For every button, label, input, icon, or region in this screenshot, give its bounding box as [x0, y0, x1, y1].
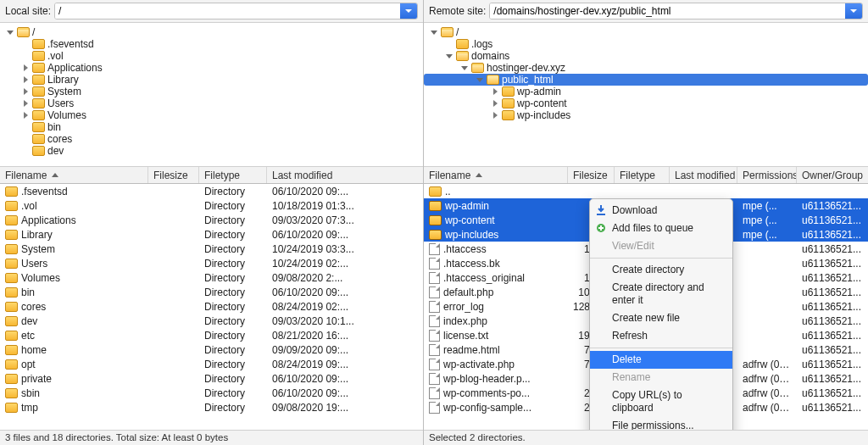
- table-row[interactable]: tmpDirectory09/08/2020 19:...: [0, 400, 423, 414]
- table-row[interactable]: SystemDirectory10/24/2019 03:3...: [0, 242, 423, 256]
- spacer: [22, 147, 30, 155]
- file-permissions: mpe (...: [737, 229, 797, 241]
- col-modified[interactable]: Last modified: [267, 167, 423, 183]
- table-row[interactable]: etcDirectory08/21/2020 16:...: [0, 328, 423, 342]
- menu-item-label: Add files to queue: [612, 222, 693, 234]
- menu-item[interactable]: Download: [590, 202, 732, 220]
- tree-node[interactable]: wp-content: [424, 97, 868, 109]
- chevron-down-icon[interactable]: [461, 64, 469, 72]
- local-tree[interactable]: /.fseventsd.volApplicationsLibrarySystem…: [0, 23, 423, 167]
- table-row[interactable]: binDirectory06/10/2020 09:...: [0, 285, 423, 299]
- menu-item[interactable]: Copy URL(s) to clipboard: [590, 387, 732, 417]
- col-filetype[interactable]: Filetype: [199, 167, 267, 183]
- tree-node[interactable]: .fseventsd: [0, 38, 423, 50]
- chevron-down-icon[interactable]: [446, 53, 453, 60]
- menu-item[interactable]: Create directory: [590, 261, 732, 279]
- chevron-right-icon[interactable]: [22, 76, 30, 84]
- table-row[interactable]: VolumesDirectory09/08/2020 2:...: [0, 270, 423, 285]
- remote-path-input[interactable]: [490, 3, 845, 19]
- local-columns: Filename Filesize Filetype Last modified: [0, 167, 423, 184]
- table-row[interactable]: .volDirectory10/18/2019 01:3...: [0, 198, 423, 213]
- table-row[interactable]: devDirectory09/03/2020 10:1...: [0, 314, 423, 328]
- col-filename[interactable]: Filename: [0, 167, 148, 183]
- tree-node[interactable]: System: [0, 86, 423, 97]
- table-row[interactable]: LibraryDirectory06/10/2020 09:...: [0, 227, 423, 242]
- menu-item[interactable]: Add files to queue: [590, 220, 732, 237]
- tree-node[interactable]: cores: [0, 133, 423, 145]
- table-row[interactable]: ..: [424, 184, 868, 198]
- menu-item[interactable]: Delete: [590, 351, 732, 369]
- chevron-down-icon[interactable]: [431, 29, 438, 36]
- tree-label: domains: [471, 50, 509, 62]
- chevron-right-icon[interactable]: [22, 88, 30, 96]
- tree-node[interactable]: /: [0, 26, 423, 38]
- col-filesize[interactable]: Filesize: [148, 167, 199, 183]
- remote-tree[interactable]: /.logsdomainshostinger-dev.xyzpublic_htm…: [424, 23, 868, 167]
- tree-node[interactable]: Users: [0, 97, 423, 109]
- tree-node[interactable]: public_html: [424, 74, 868, 86]
- chevron-right-icon[interactable]: [22, 100, 30, 108]
- menu-item[interactable]: Refresh: [590, 327, 732, 345]
- local-path-input[interactable]: [55, 3, 400, 19]
- file-type: Directory: [199, 243, 267, 255]
- col-filename[interactable]: Filename: [424, 167, 568, 183]
- tree-node[interactable]: Library: [0, 74, 423, 86]
- tree-node[interactable]: wp-admin: [424, 86, 868, 97]
- folder-icon: [5, 403, 18, 413]
- menu-item[interactable]: File permissions...: [590, 417, 732, 430]
- table-row[interactable]: UsersDirectory10/24/2019 02:...: [0, 256, 423, 270]
- col-filesize[interactable]: Filesize: [568, 167, 615, 183]
- menu-item[interactable]: Create directory and enter it: [590, 279, 732, 309]
- table-row[interactable]: homeDirectory09/09/2020 09:...: [0, 342, 423, 357]
- chevron-right-icon[interactable]: [22, 64, 30, 72]
- menu-item[interactable]: Create new file: [590, 309, 732, 327]
- menu-item-label: View/Edit: [612, 240, 654, 252]
- remote-status: Selected 2 directories.: [424, 430, 868, 445]
- tree-node[interactable]: hostinger-dev.xyz: [424, 62, 868, 74]
- tree-node[interactable]: domains: [424, 50, 868, 62]
- dropdown-icon[interactable]: [845, 3, 862, 19]
- tree-node[interactable]: Volumes: [0, 109, 423, 121]
- folder-icon: [5, 186, 18, 197]
- remote-path-combo[interactable]: [489, 3, 863, 19]
- dropdown-icon[interactable]: [400, 3, 417, 19]
- tree-node[interactable]: wp-includes: [424, 109, 868, 121]
- tree-node[interactable]: dev: [0, 145, 423, 157]
- table-row[interactable]: privateDirectory06/10/2020 09:...: [0, 371, 423, 386]
- svg-rect-0: [597, 214, 605, 215]
- file-permissions: adfrw (06...: [737, 373, 797, 385]
- remote-list[interactable]: ..wp-adminmpe (...u61136521...wp-content…: [424, 184, 868, 430]
- tree-label: cores: [47, 133, 72, 145]
- chevron-right-icon[interactable]: [492, 88, 499, 96]
- file-owner: u61136521...: [797, 344, 868, 356]
- tree-node[interactable]: .vol: [0, 50, 423, 62]
- table-row[interactable]: optDirectory08/24/2019 09:...: [0, 357, 423, 371]
- table-row[interactable]: .fseventsdDirectory06/10/2020 09:...: [0, 184, 423, 198]
- col-modified[interactable]: Last modified: [670, 167, 737, 183]
- chevron-down-icon[interactable]: [476, 76, 484, 84]
- table-row[interactable]: ApplicationsDirectory09/03/2020 07:3...: [0, 213, 423, 227]
- tree-node[interactable]: /: [424, 26, 868, 38]
- tree-node[interactable]: Applications: [0, 62, 423, 74]
- col-permissions[interactable]: Permissions: [737, 167, 797, 183]
- tree-node[interactable]: .logs: [424, 38, 868, 50]
- file-permissions: adfrw (06...: [737, 402, 797, 414]
- table-row[interactable]: sbinDirectory06/10/2020 09:...: [0, 386, 423, 400]
- col-owner[interactable]: Owner/Group: [797, 167, 868, 183]
- file-modified: 08/24/2019 02:...: [267, 301, 423, 313]
- col-filetype[interactable]: Filetype: [615, 167, 670, 183]
- file-permissions: adfrw (06...: [737, 359, 797, 370]
- chevron-right-icon[interactable]: [492, 100, 499, 108]
- menu-item-label: Delete: [612, 353, 642, 365]
- tree-node[interactable]: bin: [0, 121, 423, 133]
- table-row[interactable]: coresDirectory08/24/2019 02:...: [0, 299, 423, 314]
- chevron-right-icon[interactable]: [492, 112, 499, 120]
- file-type: Directory: [199, 272, 267, 284]
- chevron-down-icon[interactable]: [7, 29, 14, 36]
- file-name: System: [21, 243, 55, 255]
- file-modified: 09/09/2020 09:...: [267, 344, 423, 356]
- menu-item-label: Create directory: [612, 264, 684, 275]
- local-path-combo[interactable]: [54, 3, 418, 19]
- local-list[interactable]: .fseventsdDirectory06/10/2020 09:....vol…: [0, 184, 423, 430]
- chevron-right-icon[interactable]: [22, 112, 30, 120]
